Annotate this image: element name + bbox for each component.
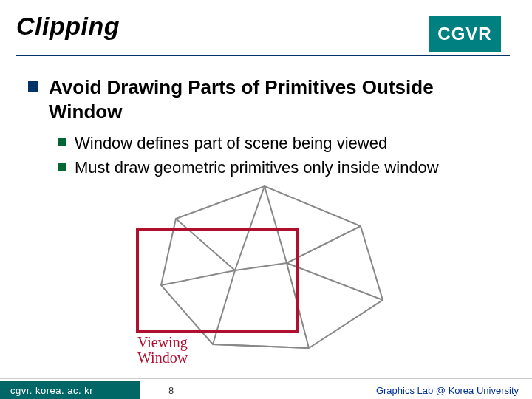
bullet-level2-list: Window defines part of scene being viewe… <box>58 133 511 181</box>
svg-rect-11 <box>137 229 297 331</box>
footer: cgvr. korea. ac. kr 8 Graphics Lab @ Kor… <box>0 378 532 399</box>
title-underline <box>16 55 510 56</box>
svg-line-9 <box>235 263 287 270</box>
list-item: Must draw geometric primitives only insi… <box>58 157 511 179</box>
bullet-level1: Avoid Drawing Parts of Primitives Outsid… <box>28 75 511 123</box>
footer-page-number: 8 <box>168 385 174 396</box>
svg-line-7 <box>176 219 235 270</box>
bullet-square-icon <box>58 138 66 146</box>
caption-line: Window <box>137 350 188 366</box>
svg-line-3 <box>287 263 383 300</box>
slide: Clipping CGVR Avoid Drawing Parts of Pri… <box>0 0 532 399</box>
caption-line: Viewing <box>137 335 188 350</box>
clipping-figure <box>132 182 398 359</box>
bullet-level2-text: Must draw geometric primitives only insi… <box>75 157 439 179</box>
svg-line-10 <box>213 344 309 348</box>
list-item: Window defines part of scene being viewe… <box>58 133 511 154</box>
svg-line-5 <box>213 270 235 344</box>
svg-line-1 <box>265 186 287 263</box>
cgvr-badge: CGVR <box>429 16 501 52</box>
bullet-square-icon <box>58 163 66 171</box>
bullet-square-icon <box>28 81 38 92</box>
footer-credit: Graphics Lab @ Korea University <box>376 385 519 396</box>
bullet-level2-text: Window defines part of scene being viewe… <box>75 133 387 154</box>
figure-caption: Viewing Window <box>137 335 188 366</box>
svg-line-6 <box>161 270 235 285</box>
polyhedron-diagram-icon <box>132 182 398 359</box>
footer-url: cgvr. korea. ac. kr <box>0 381 140 399</box>
bullet-level1-text: Avoid Drawing Parts of Primitives Outsid… <box>49 75 511 123</box>
